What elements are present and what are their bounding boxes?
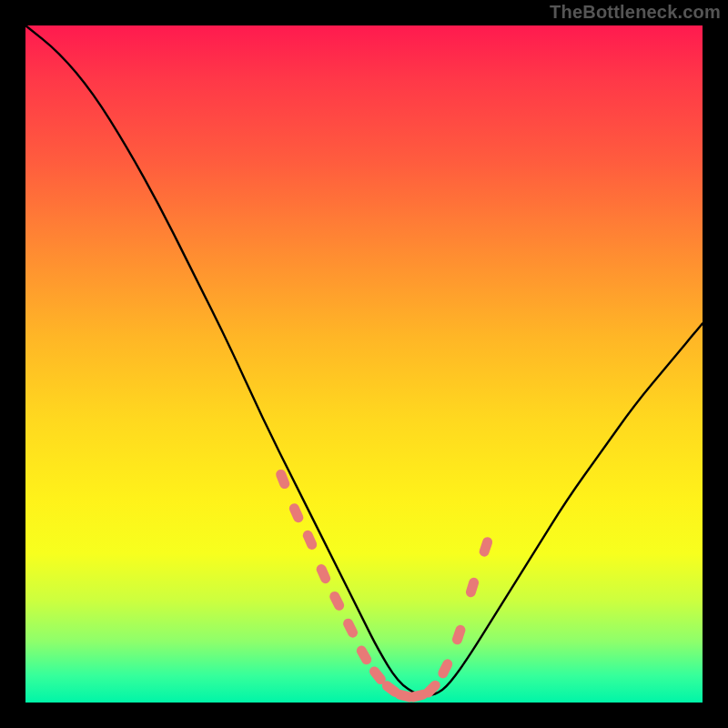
chart-frame: TheBottleneck.com <box>0 0 728 728</box>
chart-svg <box>25 25 703 703</box>
bottleneck-marker <box>341 617 359 640</box>
bottleneck-marker <box>288 501 305 524</box>
bottleneck-marker <box>478 536 493 558</box>
bottleneck-marker <box>301 529 318 551</box>
bottleneck-marker <box>465 576 480 598</box>
chart-line-group <box>25 25 703 696</box>
bottleneck-marker <box>355 644 373 667</box>
bottleneck-marker <box>315 562 332 585</box>
bottleneck-marker <box>328 590 346 612</box>
bottleneck-marker <box>436 658 454 681</box>
bottleneck-marker <box>451 623 467 645</box>
plot-area <box>25 25 703 703</box>
watermark-text: TheBottleneck.com <box>550 2 721 23</box>
bottleneck-curve-line <box>25 25 703 696</box>
